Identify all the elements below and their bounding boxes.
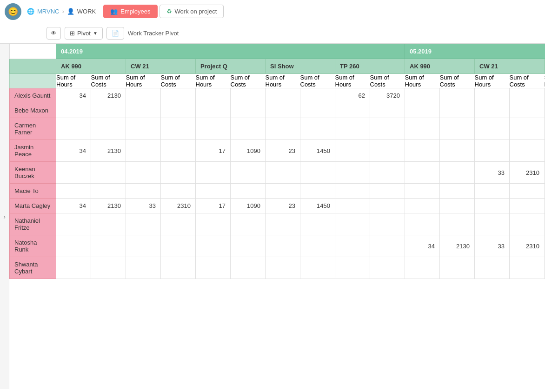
data-cell <box>335 162 370 184</box>
proj-04-projq: Project Q <box>196 59 266 74</box>
data-cell <box>231 162 266 184</box>
data-cell <box>300 184 335 199</box>
data-cell <box>161 184 196 199</box>
data-cell <box>440 118 475 140</box>
data-cell <box>475 199 510 213</box>
data-cell <box>126 162 161 184</box>
data-cell <box>440 213 475 235</box>
data-cell <box>440 199 475 213</box>
data-cell <box>266 118 300 140</box>
data-cell <box>196 118 231 140</box>
data-cell: 34 <box>56 199 91 213</box>
toolbar: 👁 ⊞ Pivot ▼ 📄 Work Tracker Pivot <box>0 23 545 44</box>
data-cell <box>91 162 126 184</box>
data-cell: 1450 <box>300 140 335 162</box>
data-cell <box>300 103 335 118</box>
data-cell <box>300 88 335 103</box>
month-header-row: 04.2019 05.2019 <box>10 44 545 59</box>
data-cell: 33 <box>475 162 510 184</box>
data-cell <box>126 88 161 103</box>
data-cell: 2310 <box>510 162 545 184</box>
data-cell <box>56 118 91 140</box>
employee-name-cell: Natosha Runk <box>10 235 56 257</box>
data-cell <box>370 235 405 257</box>
avatar: 😊 <box>5 3 21 20</box>
data-cell <box>370 213 405 235</box>
data-cell <box>196 88 231 103</box>
data-cell <box>475 140 510 162</box>
data-cell <box>405 199 440 213</box>
data-cell <box>231 118 266 140</box>
sidebar-toggle[interactable]: › <box>0 44 9 389</box>
data-cell <box>126 235 161 257</box>
eye-button[interactable]: 👁 <box>47 27 61 40</box>
data-cell <box>266 88 300 103</box>
tab-employees[interactable]: 👥 Employees <box>103 5 157 18</box>
employee-name-cell: Nathaniel Fritze <box>10 213 56 235</box>
file-icon: 📄 <box>112 30 119 37</box>
table-row: Shwanta Cybart <box>10 257 545 279</box>
col-05-cw21-costs: Sum ofCosts <box>510 74 545 88</box>
data-cell <box>161 257 196 279</box>
view-name-label: Work Tracker Pivot <box>128 30 179 37</box>
data-cell: 33 <box>475 235 510 257</box>
col-04-ak990-hours: Sum ofHours <box>56 74 91 88</box>
employee-name-cell: Jasmin Peace <box>10 140 56 162</box>
proj-04-sishow: SI Show <box>266 59 335 74</box>
data-cell: 1090 <box>231 140 266 162</box>
data-cell <box>91 184 126 199</box>
top-bar: 😊 🌐 MRVNC › 👤 WORK 👥 Employees ♻ Work on… <box>0 0 545 23</box>
data-cell <box>300 118 335 140</box>
month-group-1: 05.2019 <box>405 44 545 59</box>
data-cell: 2310 <box>510 235 545 257</box>
data-cell <box>56 257 91 279</box>
breadcrumb-workspace-icon: 🌐 <box>27 8 34 15</box>
data-cell <box>56 162 91 184</box>
table-row: Alexis Gauntt342130623720 <box>10 88 545 103</box>
pivot-button[interactable]: ⊞ Pivot ▼ <box>65 27 103 40</box>
data-cell <box>91 257 126 279</box>
work-tab-label: Work on project <box>175 8 217 15</box>
col-05-ak990-hours: Sum ofHours <box>405 74 440 88</box>
data-cell <box>300 162 335 184</box>
data-cell <box>475 257 510 279</box>
pivot-table: 04.2019 05.2019 AK 990 CW 21 Project Q S… <box>9 44 545 279</box>
data-cell <box>126 103 161 118</box>
data-cell <box>335 184 370 199</box>
employee-name-cell: Marta Cagley <box>10 199 56 213</box>
data-cell <box>510 199 545 213</box>
col-04-sishow-costs: Sum ofCosts <box>300 74 335 88</box>
data-cell <box>370 199 405 213</box>
employee-name-cell: Carmen Farner <box>10 118 56 140</box>
data-cell: 34 <box>56 88 91 103</box>
proj-04-ak990: AK 990 <box>56 59 126 74</box>
data-cell <box>56 213 91 235</box>
file-button[interactable]: 📄 <box>106 27 124 40</box>
data-cell <box>510 140 545 162</box>
data-cell <box>266 184 300 199</box>
pivot-table-container[interactable]: 04.2019 05.2019 AK 990 CW 21 Project Q S… <box>9 44 545 389</box>
data-cell <box>440 257 475 279</box>
data-cell <box>196 257 231 279</box>
data-cell <box>475 118 510 140</box>
data-cell <box>405 162 440 184</box>
data-cell <box>161 140 196 162</box>
table-row: Jasmin Peace342130171090231450 <box>10 140 545 162</box>
tab-work-on-project[interactable]: ♻ Work on project <box>160 5 224 18</box>
col-04-tp260-costs: Sum ofCosts <box>370 74 405 88</box>
pivot-label: Pivot <box>77 30 91 37</box>
data-cell: 34 <box>56 140 91 162</box>
data-cell <box>335 199 370 213</box>
data-cell <box>370 118 405 140</box>
employee-name-cell: Shwanta Cybart <box>10 257 56 279</box>
data-cell <box>335 103 370 118</box>
data-cell <box>510 184 545 199</box>
data-cell <box>231 213 266 235</box>
data-cell <box>510 257 545 279</box>
data-cell <box>56 103 91 118</box>
proj-04-cw21: CW 21 <box>126 59 196 74</box>
col-04-projq-hours: Sum ofHours <box>196 74 231 88</box>
data-cell: 23 <box>266 140 300 162</box>
data-cell <box>266 235 300 257</box>
data-cell <box>335 257 370 279</box>
